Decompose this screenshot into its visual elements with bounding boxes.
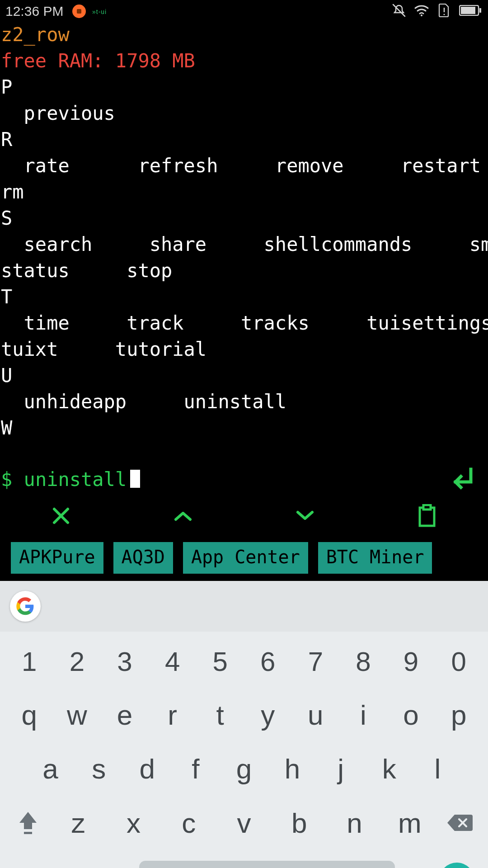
keyboard-row-numbers: 1 2 3 4 5 6 7 8 9 0 <box>5 646 483 677</box>
key-2[interactable]: 2 <box>53 646 101 677</box>
go-key-icon[interactable] <box>439 863 474 868</box>
keyboard-row-bottom: ?123 , . <box>5 861 483 868</box>
app-notification-label: »t-ui <box>92 8 107 15</box>
group-items-t-2: tuixt tutorial <box>1 338 206 360</box>
group-header-u: U <box>1 364 12 387</box>
sim-alert-icon <box>436 4 452 17</box>
key-l[interactable]: l <box>413 753 462 785</box>
svg-point-0 <box>421 14 422 16</box>
key-y[interactable]: y <box>244 699 292 731</box>
terminal-output[interactable]: z2_row free RAM: 1798 MB P previous R ra… <box>0 22 488 441</box>
suggestion-chip[interactable]: AQ3D <box>113 542 173 574</box>
group-items-p: previous <box>1 102 115 124</box>
group-header-p: P <box>1 76 12 98</box>
keyboard-row-asdf: a s d f g h j k l <box>5 753 483 785</box>
space-key[interactable] <box>139 861 395 868</box>
key-x[interactable]: x <box>106 807 161 839</box>
svg-rect-5 <box>479 8 481 13</box>
group-items-s-1: search share shellcommands sms <box>1 233 488 255</box>
key-7[interactable]: 7 <box>292 646 340 677</box>
key-z[interactable]: z <box>51 807 106 839</box>
key-m[interactable]: m <box>382 807 437 839</box>
key-g[interactable]: g <box>220 753 268 785</box>
key-c[interactable]: c <box>161 807 216 839</box>
group-items-r-1: rate refresh remove restart <box>1 155 481 177</box>
device-name: z2_row <box>1 24 70 46</box>
key-s[interactable]: s <box>75 753 123 785</box>
status-right-cluster <box>391 4 482 17</box>
clipboard-icon[interactable] <box>404 502 450 529</box>
key-b[interactable]: b <box>272 807 327 839</box>
group-items-s-2: status stop <box>1 259 172 282</box>
svg-rect-8 <box>24 832 32 834</box>
wifi-icon <box>414 4 429 17</box>
group-header-w: W <box>1 417 12 439</box>
key-q[interactable]: q <box>5 699 53 731</box>
key-4[interactable]: 4 <box>149 646 197 677</box>
terminal-prompt[interactable]: $ uninstall <box>0 468 488 491</box>
key-k[interactable]: k <box>365 753 413 785</box>
cursor <box>130 470 140 488</box>
svg-rect-4 <box>461 7 475 14</box>
key-3[interactable]: 3 <box>101 646 149 677</box>
keyboard: 1 2 3 4 5 6 7 8 9 0 q w e r t y u i o p … <box>0 581 488 868</box>
close-icon[interactable] <box>38 502 84 529</box>
key-6[interactable]: 6 <box>244 646 292 677</box>
suggestion-chip[interactable]: App Center <box>183 542 308 574</box>
group-items-t-1: time track tracks tuisettings <box>1 312 488 334</box>
key-8[interactable]: 8 <box>339 646 387 677</box>
key-p[interactable]: p <box>435 699 483 731</box>
backspace-key-icon[interactable] <box>437 807 483 839</box>
keyboard-row-zxcv: z x c v b n m <box>5 807 483 839</box>
status-bar: 12:36 PM »t-ui <box>0 0 488 22</box>
suggestion-row: APKPure AQ3D App Center BTC Miner <box>0 536 488 581</box>
key-v[interactable]: v <box>216 807 272 839</box>
enter-icon[interactable] <box>447 466 475 498</box>
status-time: 12:36 PM <box>5 4 63 19</box>
battery-icon <box>459 4 482 17</box>
svg-point-2 <box>443 14 445 15</box>
key-1[interactable]: 1 <box>5 646 53 677</box>
google-icon[interactable] <box>10 591 41 622</box>
notification-dot-icon[interactable] <box>72 5 86 18</box>
key-0[interactable]: 0 <box>435 646 483 677</box>
group-items-u: unhideapp uninstall <box>1 391 286 413</box>
key-t[interactable]: t <box>196 699 244 731</box>
key-n[interactable]: n <box>327 807 382 839</box>
ram-line: free RAM: 1798 MB <box>1 50 195 72</box>
group-items-r-2: rm <box>1 181 24 203</box>
prompt-symbol: $ <box>1 468 12 491</box>
prompt-text: uninstall <box>24 468 127 491</box>
keyboard-row-qwerty: q w e r t y u i o p <box>5 699 483 731</box>
chevron-up-icon[interactable] <box>160 502 206 529</box>
key-o[interactable]: o <box>387 699 435 731</box>
shift-key-icon[interactable] <box>5 807 51 839</box>
key-f[interactable]: f <box>171 753 220 785</box>
key-e[interactable]: e <box>101 699 149 731</box>
group-header-t: T <box>1 286 12 308</box>
terminal-controls <box>0 496 488 536</box>
chevron-down-icon[interactable] <box>282 502 328 529</box>
svg-rect-7 <box>423 505 431 509</box>
suggestion-chip[interactable]: APKPure <box>11 542 103 574</box>
suggestion-chip[interactable]: BTC Miner <box>318 542 432 574</box>
mute-icon <box>391 4 407 17</box>
key-d[interactable]: d <box>123 753 171 785</box>
keyboard-top-bar <box>0 581 488 632</box>
key-9[interactable]: 9 <box>387 646 435 677</box>
key-a[interactable]: a <box>26 753 75 785</box>
key-w[interactable]: w <box>53 699 101 731</box>
key-u[interactable]: u <box>292 699 340 731</box>
key-r[interactable]: r <box>149 699 197 731</box>
group-header-s: S <box>1 207 12 229</box>
key-j[interactable]: j <box>317 753 365 785</box>
key-i[interactable]: i <box>339 699 387 731</box>
key-5[interactable]: 5 <box>196 646 244 677</box>
group-header-r: R <box>1 128 12 151</box>
key-h[interactable]: h <box>268 753 317 785</box>
